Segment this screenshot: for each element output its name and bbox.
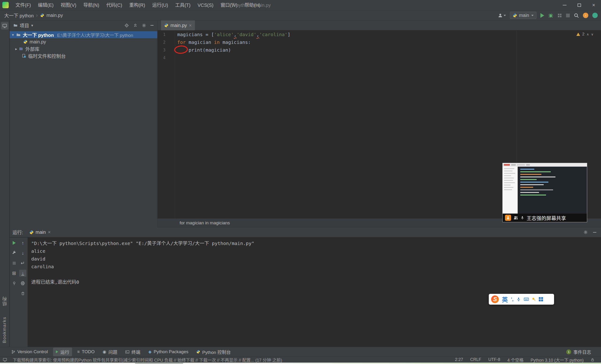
pin-button[interactable]	[10, 280, 18, 287]
ime-language-toggle[interactable]: 英	[502, 295, 508, 304]
tool-button-problems[interactable]: ◉ 问题	[100, 348, 120, 356]
encoding-widget[interactable]: UTF-8	[488, 357, 500, 362]
close-button[interactable]: ×	[586, 0, 601, 10]
inspections-widget[interactable]: 2 ∧ ∨	[576, 32, 593, 37]
tree-row-main-py[interactable]: main.py	[10, 38, 157, 45]
python-file-icon	[40, 13, 44, 17]
menu-navigate[interactable]: 导航(N)	[80, 0, 103, 10]
tool-button-python-packages[interactable]: ◆ Python Packages	[146, 348, 191, 355]
tool-button-terminal[interactable]: 终端	[122, 348, 143, 356]
status-message[interactable]: 下载预构建共享索引: 使用预构建的Python 软件包共享索引|减少索引时间和 …	[13, 357, 282, 363]
menu-file[interactable]: 文件(F)	[12, 0, 34, 10]
hide-panel-button[interactable]	[150, 25, 153, 26]
menu-tools[interactable]: 工具(T)	[172, 0, 194, 10]
indent-widget[interactable]: 4 个空格	[507, 357, 523, 363]
caret-position-widget[interactable]: 2:27	[455, 357, 463, 362]
menu-code[interactable]: 代码(C)	[103, 0, 126, 10]
code-line[interactable]: 3 print(magician)	[158, 46, 601, 54]
breadcrumb-file[interactable]: main.py	[47, 13, 63, 18]
prev-warning-icon[interactable]: ∧	[586, 32, 589, 36]
gear-icon[interactable]	[142, 23, 146, 28]
ide-update-icon[interactable]: ↑	[583, 13, 588, 18]
prev-occurrence-button[interactable]: ↑	[19, 239, 26, 246]
voice-input-icon[interactable]	[517, 297, 521, 301]
tree-row-project-root[interactable]: ▾ 大一下 python E:\黄子洋个人\大学学习\大一下 python	[10, 31, 157, 38]
stop-button[interactable]	[10, 260, 18, 267]
close-tab-icon[interactable]: ×	[48, 229, 51, 235]
sogou-logo-icon[interactable]: S	[491, 295, 499, 303]
menu-run[interactable]: 运行(U)	[149, 0, 172, 10]
menu-edit[interactable]: 编辑(E)	[34, 0, 57, 10]
soft-wrap-button[interactable]: ↵	[19, 260, 26, 267]
keyboard-icon[interactable]	[524, 297, 529, 302]
search-everywhere-button[interactable]	[574, 13, 579, 18]
tool-button-python-console[interactable]: Python 控制台	[193, 348, 233, 356]
tool-button-version-control[interactable]: Version Control	[9, 348, 51, 355]
tool-button-todo[interactable]: ≡ TODO	[74, 348, 97, 355]
project-panel-title[interactable]: 项目	[20, 22, 29, 29]
tool-button-run[interactable]: 运行	[53, 348, 72, 356]
windows-taskbar-edge[interactable]	[0, 363, 601, 364]
code-token: magicians:	[220, 39, 251, 45]
restore-layout-button[interactable]: ⊞	[10, 270, 18, 277]
breadcrumb-scope[interactable]: for magician in magicians	[180, 220, 230, 226]
gutter-separator	[175, 30, 175, 218]
print-button[interactable]	[19, 280, 26, 287]
microphone-icon[interactable]	[521, 216, 524, 220]
code-token: ]	[288, 32, 290, 37]
lock-icon[interactable]	[591, 358, 594, 362]
scroll-to-end-button[interactable]: ↓	[19, 270, 26, 277]
menu-refactor[interactable]: 重构(R)	[126, 0, 149, 10]
event-log-button[interactable]: 1 事件日志	[566, 347, 591, 357]
up-arrow-icon: ↑	[22, 240, 24, 246]
code-with-me-icon[interactable]	[592, 13, 598, 18]
tree-row-external-libraries[interactable]: ▸ 外部库	[10, 45, 157, 52]
code-token: 'alice'	[214, 32, 234, 37]
run-panel-tools	[583, 230, 596, 235]
screen-share-overlay[interactable]: 王志强的屏幕共享	[502, 163, 587, 222]
punctuation-icon[interactable]: ’,	[511, 297, 513, 302]
run-console[interactable]: "D:\大一下 python\Scripts\python.exe" "E:/黄…	[28, 237, 601, 347]
hide-panel-button[interactable]	[593, 232, 596, 233]
skin-icon[interactable]	[532, 297, 536, 301]
rerun-button[interactable]	[10, 239, 18, 246]
minimize-button[interactable]	[557, 0, 572, 10]
clear-all-button[interactable]	[19, 290, 26, 297]
debug-button[interactable]	[548, 13, 553, 18]
code-token: for	[177, 39, 186, 45]
bookmarks-stripe-button[interactable]: Bookmarks	[2, 317, 7, 343]
run-button[interactable]	[541, 13, 544, 18]
stop-button[interactable]	[566, 14, 570, 17]
user-dropdown-button[interactable]	[498, 13, 506, 18]
gear-icon[interactable]	[583, 230, 588, 235]
project-stripe-button[interactable]	[1, 22, 9, 30]
structure-stripe-button[interactable]: 结构	[2, 296, 8, 306]
participants-icon[interactable]	[513, 216, 518, 220]
console-blank-line	[31, 271, 601, 278]
line-separator-widget[interactable]: CRLF	[470, 357, 481, 362]
editor-tab-main-py[interactable]: main.py ×	[161, 20, 195, 30]
menu-vcs[interactable]: VCS(S)	[194, 0, 217, 10]
python-logo-icon	[513, 13, 517, 18]
code-line[interactable]: 2for magician in magicians:	[158, 38, 601, 46]
next-occurrence-button[interactable]: ↓	[19, 249, 26, 256]
notification-source-icon	[3, 358, 7, 362]
interpreter-widget[interactable]: Python 3.10 (大一下 python)	[531, 357, 584, 363]
breadcrumb-project[interactable]: 大一下 python	[4, 12, 34, 19]
menu-view[interactable]: 视图(V)	[57, 0, 80, 10]
toolbox-icon[interactable]	[539, 297, 543, 301]
locate-file-button[interactable]	[124, 23, 129, 28]
close-tab-icon[interactable]: ×	[189, 23, 192, 28]
run-tab-main[interactable]: main ×	[29, 227, 51, 237]
maximize-button[interactable]	[572, 0, 586, 10]
code-line[interactable]: 1magicians = ['alice','david','carolina'…	[158, 30, 601, 38]
next-warning-icon[interactable]: ∨	[591, 32, 593, 36]
run-configuration-select[interactable]: main	[510, 12, 536, 19]
sogou-ime-bar[interactable]: S 英 ’,	[489, 294, 554, 305]
collapse-all-button[interactable]	[133, 23, 138, 28]
coverage-button[interactable]	[557, 13, 562, 18]
tree-row-scratches[interactable]: 临时文件和控制台	[10, 52, 157, 59]
todo-icon: ≡	[77, 349, 80, 354]
code-line[interactable]: 4	[158, 54, 601, 61]
edit-configuration-button[interactable]	[10, 249, 18, 256]
